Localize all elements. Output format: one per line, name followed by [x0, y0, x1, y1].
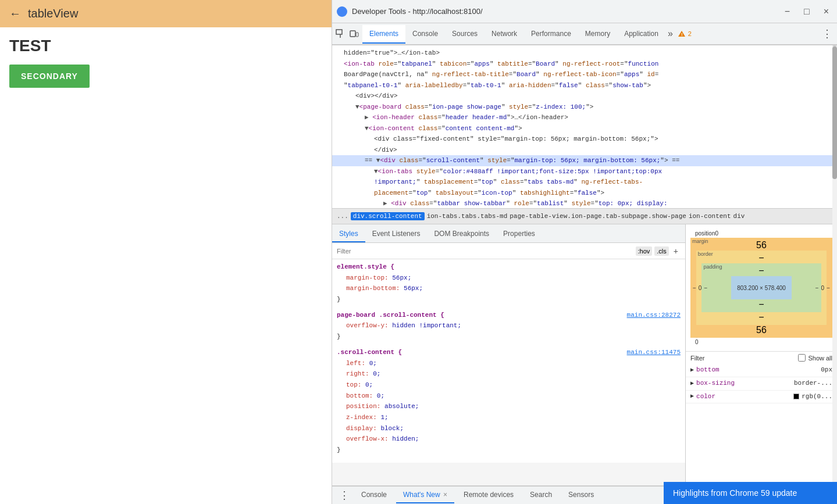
whats-new-close-icon[interactable]: ×: [443, 491, 447, 499]
css-property-row: overflow-x: hidden;: [337, 434, 681, 445]
border-bottom-value: −: [699, 312, 824, 323]
close-button[interactable]: ×: [820, 5, 832, 18]
color-prop-value: rgb(0...: [793, 391, 832, 403]
css-close-brace: }: [337, 331, 681, 342]
secondary-button[interactable]: SECONDARY: [9, 65, 90, 88]
filter-buttons: :hov .cls +: [636, 246, 681, 256]
css-selector: .scroll-content { main.css:11475: [337, 347, 681, 358]
tab-performance[interactable]: Performance: [524, 25, 578, 44]
computed-prop-box-sizing: ▶ box-sizing border-...: [686, 377, 837, 391]
tab-sources[interactable]: Sources: [445, 25, 485, 44]
devtools-title: Developer Tools - http://localhost:8100/: [352, 7, 781, 16]
warning-count: 2: [688, 30, 692, 37]
devtools-tab-bar: Elements Console Sources Network Perform…: [332, 23, 837, 45]
padding-mid-row: − 803.200 × 578.400 −: [704, 276, 818, 299]
box-sizing-prop-name: box-sizing: [696, 378, 792, 389]
border-box: border − 0 padding − −: [696, 251, 827, 325]
computed-prop-bottom: ▶ bottom 0px: [686, 364, 837, 377]
right-scrollbar[interactable]: [832, 224, 837, 485]
html-line: ▼<ion-content class="content content-md"…: [332, 123, 837, 134]
css-property-row: top: 0;: [337, 380, 681, 391]
svg-text:!: !: [681, 32, 683, 37]
inspect-element-icon[interactable]: [334, 28, 346, 40]
filter-bar: :hov .cls +: [332, 243, 685, 259]
css-property-row: bottom: 0;: [337, 391, 681, 402]
breadcrumb-item[interactable]: div: [733, 213, 745, 220]
maximize-button[interactable]: □: [800, 5, 813, 18]
svg-rect-0: [336, 30, 342, 34]
tab-elements[interactable]: Elements: [362, 25, 405, 44]
padding-label: padding: [703, 264, 722, 270]
tab-whats-new[interactable]: What's New ×: [396, 487, 454, 503]
cls-button[interactable]: .cls: [654, 246, 669, 256]
update-banner-text: Highlights from Chrome 59 update: [673, 488, 797, 498]
content-size: 803.200 × 578.400: [737, 285, 786, 291]
html-line: BoardPage(navCtrl, na" ng-reflect-tab-ti…: [332, 69, 837, 80]
show-all-label: Show all: [798, 354, 832, 362]
back-arrow-icon[interactable]: ←: [9, 7, 21, 20]
tab-console-bottom[interactable]: Console: [354, 487, 394, 503]
filter-input[interactable]: [337, 248, 636, 255]
css-property-row: margin-top: 56px;: [337, 273, 681, 284]
html-line: <div></div>: [332, 91, 837, 102]
console-tab-menu-icon[interactable]: ⋮: [337, 489, 352, 502]
tab-console[interactable]: Console: [405, 25, 445, 44]
html-line-selected[interactable]: == ▼<div class="scroll-content" style="m…: [332, 155, 837, 166]
chrome-icon: [337, 6, 347, 17]
color-swatch: [793, 394, 799, 399]
bottom-expand-icon[interactable]: ▶: [690, 365, 694, 376]
css-property-row: display: block;: [337, 423, 681, 434]
show-all-checkbox[interactable]: [798, 354, 806, 362]
html-line: <div class="fixed-content" style="margin…: [332, 134, 837, 145]
breadcrumb-bar: ... div.scroll-content ion-tabs.tabs.tab…: [332, 208, 837, 224]
more-tabs-button[interactable]: »: [665, 28, 675, 39]
breadcrumb-item[interactable]: ion-content: [689, 213, 731, 220]
css-link[interactable]: main.css:11475: [627, 347, 681, 358]
css-link[interactable]: main.css:28272: [627, 310, 681, 321]
css-rule-element-style: element.style { margin-top: 56px; margin…: [337, 262, 681, 305]
minimize-button[interactable]: −: [781, 5, 793, 18]
color-expand-icon[interactable]: ▶: [690, 391, 694, 402]
css-rules-panel: element.style { margin-top: 56px; margin…: [332, 259, 685, 485]
breadcrumb-selected[interactable]: div.scroll-content: [351, 212, 425, 220]
position-row: position 0: [690, 229, 832, 238]
computed-filter-label: Filter: [690, 355, 704, 362]
css-close-brace: }: [337, 445, 681, 456]
margin-box: margin 56 − border − 0 padding −: [690, 238, 832, 338]
tab-network[interactable]: Network: [485, 25, 524, 44]
box-model-visual: position 0 margin 56 − border − 0: [686, 224, 837, 351]
tab-properties[interactable]: Properties: [496, 226, 542, 242]
css-property-row: overflow-y: hidden !important;: [337, 320, 681, 331]
svg-rect-3: [356, 33, 358, 37]
box-sizing-prop-value: border-...: [794, 378, 832, 389]
tab-application[interactable]: Application: [617, 25, 665, 44]
html-tree: hidden="true">…</ion-tab> <ion-tab role=…: [332, 45, 837, 208]
outer-top-val: 0: [695, 339, 699, 345]
hov-button[interactable]: :hov: [636, 246, 653, 256]
breadcrumb-item[interactable]: page-table-view.ion-page.tab-subpage.sho…: [510, 213, 686, 220]
tab-sensors[interactable]: Sensors: [561, 487, 601, 503]
css-selector: element.style {: [337, 262, 681, 273]
style-tab-bar: Styles Event Listeners DOM Breakpoints P…: [332, 224, 685, 243]
styles-panel: Styles Event Listeners DOM Breakpoints P…: [332, 224, 837, 485]
css-selector: page-board .scroll-content { main.css:28…: [337, 310, 681, 321]
css-property-row: position: absolute;: [337, 401, 681, 412]
margin-label: margin: [692, 238, 708, 244]
tab-search[interactable]: Search: [523, 487, 559, 503]
color-prop-name: color: [696, 391, 791, 403]
add-rule-button[interactable]: +: [671, 246, 681, 256]
padding-bottom-value: −: [704, 299, 818, 310]
breadcrumb-item[interactable]: ion-tabs.tabs.tabs-md: [427, 213, 508, 220]
box-sizing-expand-icon[interactable]: ▶: [690, 378, 694, 389]
tab-dom-breakpoints[interactable]: DOM Breakpoints: [427, 226, 496, 242]
tab-styles[interactable]: Styles: [332, 226, 365, 242]
devtools-menu-icon[interactable]: ⋮: [820, 27, 835, 40]
tab-event-listeners[interactable]: Event Listeners: [365, 226, 428, 242]
device-mode-icon[interactable]: [348, 28, 360, 40]
tab-remote-devices[interactable]: Remote devices: [457, 487, 521, 503]
tab-memory[interactable]: Memory: [578, 25, 617, 44]
padding-box: padding − − 803.200 × 578.400 −: [701, 263, 821, 312]
border-mid-row: 0 padding − − 803.200 × 578.400: [699, 263, 824, 312]
html-line: ▶ <ion-header class="header header-md">……: [332, 112, 837, 123]
computed-filter-input[interactable]: [709, 355, 793, 362]
